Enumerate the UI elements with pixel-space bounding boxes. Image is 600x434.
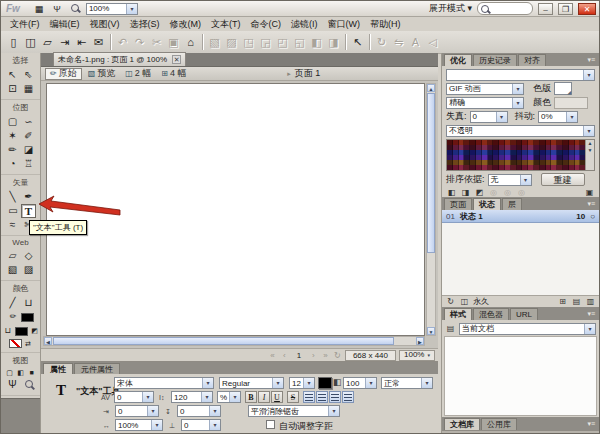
state-delay[interactable]: 10 xyxy=(576,212,585,221)
playback-control-r0[interactable]: › xyxy=(309,351,318,360)
optimize-tab-0[interactable]: 优化 xyxy=(444,54,472,66)
matte-color-swatch[interactable] xyxy=(554,82,572,95)
screen-mode-icon[interactable]: ▦ xyxy=(32,4,46,14)
properties-tab-1[interactable]: 元件属性 xyxy=(74,363,120,374)
blur-tool[interactable]: ◔ xyxy=(5,157,21,171)
paste-icon[interactable]: ⌂ xyxy=(182,34,199,51)
new-state-icon[interactable]: ⊞ xyxy=(557,297,568,307)
dropdown-arrow-icon[interactable] xyxy=(584,324,595,334)
default-colors-button[interactable]: ◩ xyxy=(29,326,40,336)
dropdown-arrow-icon[interactable] xyxy=(126,4,137,14)
fullscreen-menus-button[interactable]: ◧ xyxy=(15,368,26,378)
font-style-select[interactable]: Regular xyxy=(219,377,284,389)
states-tab-2[interactable]: 层 xyxy=(502,198,522,210)
menu-item-6[interactable]: 命令(C) xyxy=(246,17,287,32)
vertical-scrollbar[interactable]: ▲ ▼ xyxy=(426,83,436,336)
pen-tool[interactable]: ✒ xyxy=(21,190,37,204)
export-format-select[interactable]: GIF 动画 xyxy=(446,83,524,95)
styles-list-area[interactable] xyxy=(444,336,597,416)
blend-mode-select[interactable]: 正常 xyxy=(381,377,433,389)
opacity-select[interactable]: 100 xyxy=(343,377,377,389)
menu-item-4[interactable]: 修改(M) xyxy=(165,17,207,32)
freeform-tool[interactable]: ≈ xyxy=(5,218,21,232)
crop-tool[interactable]: ▦ xyxy=(21,82,37,96)
states-tab-1[interactable]: 状态 xyxy=(473,198,501,210)
fill-color-icon[interactable]: ⊔ xyxy=(1,324,14,338)
properties-tab-0[interactable]: 属性 xyxy=(43,363,73,374)
restore-button[interactable]: ❐ xyxy=(558,3,573,15)
zoom-tool[interactable] xyxy=(21,378,37,392)
align-right-button[interactable] xyxy=(329,391,341,403)
states-footer-icon-1[interactable]: ◫ xyxy=(459,297,470,307)
states-footer-icon-0[interactable]: ↻ xyxy=(445,297,456,307)
save-icon[interactable]: ◫ xyxy=(22,34,39,51)
dropdown-arrow-icon[interactable] xyxy=(520,175,531,185)
export-icon[interactable]: ⇤ xyxy=(73,34,90,51)
new-document-icon[interactable]: ▯ xyxy=(5,34,22,51)
print-icon[interactable]: ✉ xyxy=(90,34,107,51)
library-tab-0[interactable]: 文档库 xyxy=(444,418,480,430)
document-tab[interactable]: 未命名-1.png : 页面 1 @ 100% ✕ xyxy=(53,52,186,66)
dropdown-arrow-icon[interactable] xyxy=(229,392,240,402)
no-color-button[interactable] xyxy=(9,339,22,348)
horizontal-scrollbar[interactable]: ◀ ▶ xyxy=(43,336,425,346)
dropdown-arrow-icon[interactable] xyxy=(512,98,523,108)
import-icon[interactable]: ⇥ xyxy=(56,34,73,51)
duplicate-state-icon[interactable]: ▤ xyxy=(571,297,582,307)
antialias-select[interactable]: 平滑消除锯齿 xyxy=(248,405,340,417)
stroke-color-icon[interactable]: ✏ xyxy=(7,310,20,324)
menu-item-7[interactable]: 滤镜(I) xyxy=(286,17,323,32)
view-button-3[interactable]: ⊞4 幅 xyxy=(157,68,190,80)
select-behind-tool[interactable]: ⊡ xyxy=(5,82,21,96)
expand-mode-button[interactable]: 展开模式 ▾ xyxy=(429,2,472,15)
styles-tab-1[interactable]: 混色器 xyxy=(473,308,509,320)
optimize-tab-1[interactable]: 历史记录 xyxy=(473,54,517,66)
zoom-select[interactable]: 100% xyxy=(86,3,138,15)
rebuild-button[interactable]: 重建 xyxy=(541,173,585,186)
open-icon[interactable]: ▱ xyxy=(39,34,56,51)
menu-item-2[interactable]: 视图(V) xyxy=(85,17,125,32)
minimize-button[interactable]: – xyxy=(538,3,553,15)
dropdown-arrow-icon[interactable] xyxy=(566,112,577,122)
scroll-right-icon[interactable]: ▶ xyxy=(416,337,424,345)
loss-select[interactable]: 0 xyxy=(470,111,508,123)
panel-menu-icon[interactable]: ▾≡ xyxy=(587,418,597,430)
dropdown-arrow-icon[interactable] xyxy=(512,84,523,94)
dropdown-arrow-icon[interactable] xyxy=(142,392,153,402)
menu-item-9[interactable]: 帮助(H) xyxy=(365,17,406,32)
rubber-stamp-tool[interactable]: ♖ xyxy=(21,157,37,171)
fullscreen-button[interactable]: ■ xyxy=(26,368,37,378)
magic-wand-tool[interactable]: ✶ xyxy=(5,129,21,143)
font-family-select[interactable]: 宋体 xyxy=(114,377,214,389)
transparency-select[interactable]: 不透明 xyxy=(446,125,595,137)
dropdown-arrow-icon[interactable] xyxy=(202,378,213,388)
menu-item-8[interactable]: 窗口(W) xyxy=(323,17,366,32)
playback-control-1[interactable]: ‹ xyxy=(280,351,289,360)
dropdown-arrow-icon[interactable] xyxy=(209,420,220,430)
sort-select[interactable]: 无 xyxy=(488,174,532,186)
baseline-shift-select[interactable]: 0 xyxy=(181,419,221,431)
slice-tool[interactable]: ▧ xyxy=(5,263,21,277)
playback-control-r2[interactable]: ↻ xyxy=(333,351,342,360)
text-tool[interactable]: T xyxy=(21,204,36,218)
scroll-up-icon[interactable]: ▲ xyxy=(427,84,435,92)
view-button-0[interactable]: ✏原始 xyxy=(45,68,82,80)
search-input[interactable] xyxy=(477,2,533,15)
pointer-options-icon[interactable]: ↖ xyxy=(349,34,366,51)
tab-close-icon[interactable]: ✕ xyxy=(172,55,181,64)
hide-slices-tool[interactable]: ▨ xyxy=(21,263,37,277)
hand-tool[interactable]: Ψ xyxy=(5,378,21,392)
italic-button[interactable]: I xyxy=(258,391,270,403)
subselection-tool[interactable]: ⇖ xyxy=(21,68,37,82)
text-color-swatch[interactable] xyxy=(318,377,332,389)
line-tool[interactable]: ╲ xyxy=(5,190,21,204)
onion-skin-icon[interactable]: ○ xyxy=(590,212,595,221)
delete-state-icon[interactable]: ▥ xyxy=(585,297,596,307)
lasso-tool[interactable]: ∽ xyxy=(21,115,37,129)
view-button-1[interactable]: ▧预览 xyxy=(84,68,120,80)
horizontal-scroll-thumb[interactable] xyxy=(53,337,394,345)
palette-option-icon-0[interactable]: ▣ xyxy=(584,188,595,198)
vertical-scroll-thumb[interactable] xyxy=(427,93,435,253)
bold-button[interactable]: B xyxy=(245,391,257,403)
indexed-palette-select[interactable]: 精确 xyxy=(446,97,524,109)
